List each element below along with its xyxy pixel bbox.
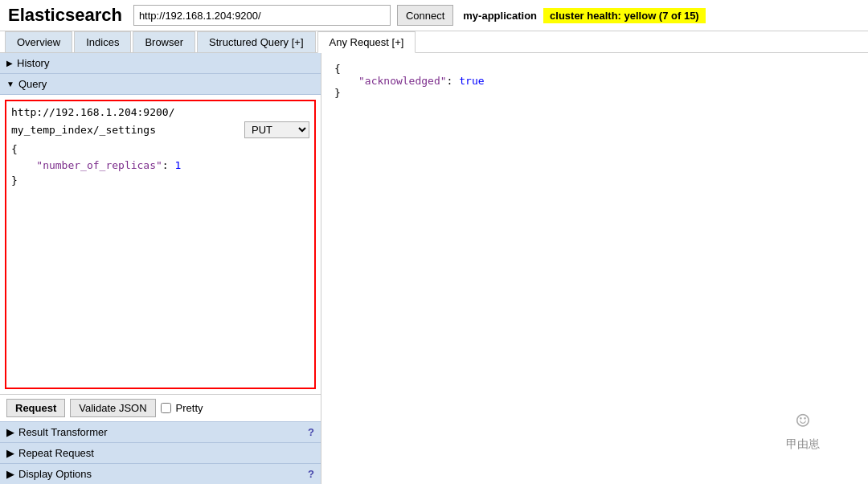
query-body: { "number_of_replicas": 1 } [11,142,309,383]
connect-button[interactable]: Connect [397,5,453,26]
result-transformer-section[interactable]: ▶ Result Transformer ? [0,421,321,442]
tab-indices[interactable]: Indices [74,31,131,52]
json-brace-close: } [11,173,309,189]
query-box: http://192.168.1.204:9200/ my_temp_index… [5,100,316,389]
nav-tabs: Overview Indices Browser Structured Quer… [0,31,868,53]
tab-structured-query[interactable]: Structured Query [+] [197,31,315,52]
json-brace-open: { [11,142,309,158]
result-transformer-arrow-icon: ▶ [6,426,14,438]
tab-overview[interactable]: Overview [5,31,72,52]
query-section-header[interactable]: ▼ Query [0,74,321,95]
method-select[interactable]: GET POST PUT DELETE HEAD [244,121,309,138]
query-url-display: http://192.168.1.204:9200/ [11,106,309,118]
pretty-label[interactable]: Pretty [176,402,203,414]
query-path-row: my_temp_index/_settings GET POST PUT DEL… [11,121,309,138]
display-options-section[interactable]: ▶ Display Options ? [0,463,321,484]
query-content: http://192.168.1.204:9200/ my_temp_index… [0,95,321,394]
request-button[interactable]: Request [6,399,65,417]
result-transformer-label: Result Transformer [18,426,108,438]
response-line1: { [334,63,855,75]
header: Elasticsearch Connect my-application clu… [0,0,868,31]
main-content: ▶ History ▼ Query http://192.168.1.204:9… [0,53,868,484]
app-title: Elasticsearch [8,5,122,26]
bottom-toolbar: Request Validate JSON Pretty [0,394,321,421]
right-panel: { "acknowledged": true } ☺︎ 甲由崽 [321,53,868,484]
response-line2: "acknowledged": true [358,75,855,87]
display-options-arrow-icon: ▶ [6,468,14,480]
display-options-label: Display Options [18,468,92,480]
left-panel: ▶ History ▼ Query http://192.168.1.204:9… [0,53,321,484]
history-label: History [17,57,49,69]
tab-any-request[interactable]: Any Request [+] [317,31,416,53]
validate-json-button[interactable]: Validate JSON [70,399,155,417]
repeat-request-section[interactable]: ▶ Repeat Request [0,442,321,463]
response-line3: } [334,87,855,99]
history-section-header[interactable]: ▶ History [0,53,321,74]
query-section: ▼ Query http://192.168.1.204:9200/ my_te… [0,74,321,394]
pretty-checkbox[interactable] [161,403,171,413]
repeat-request-label: Repeat Request [18,447,94,459]
tab-browser[interactable]: Browser [133,31,195,52]
cluster-name: my-application [463,10,537,22]
watermark-icon: ☺︎ [796,408,810,434]
query-arrow-icon: ▼ [6,80,14,88]
query-path-display: my_temp_index/_settings [11,124,241,136]
query-label: Query [18,78,47,90]
cluster-health-badge: cluster health: yellow (7 of 15) [543,8,706,23]
history-arrow-icon: ▶ [6,59,13,68]
url-input[interactable] [133,5,391,26]
repeat-request-arrow-icon: ▶ [6,447,14,459]
watermark: ☺︎ 甲由崽 [786,408,820,452]
watermark-text: 甲由崽 [786,437,820,452]
json-field-line: "number_of_replicas": 1 [11,158,309,174]
result-transformer-help-icon[interactable]: ? [308,426,314,438]
display-options-help-icon[interactable]: ? [308,468,314,480]
